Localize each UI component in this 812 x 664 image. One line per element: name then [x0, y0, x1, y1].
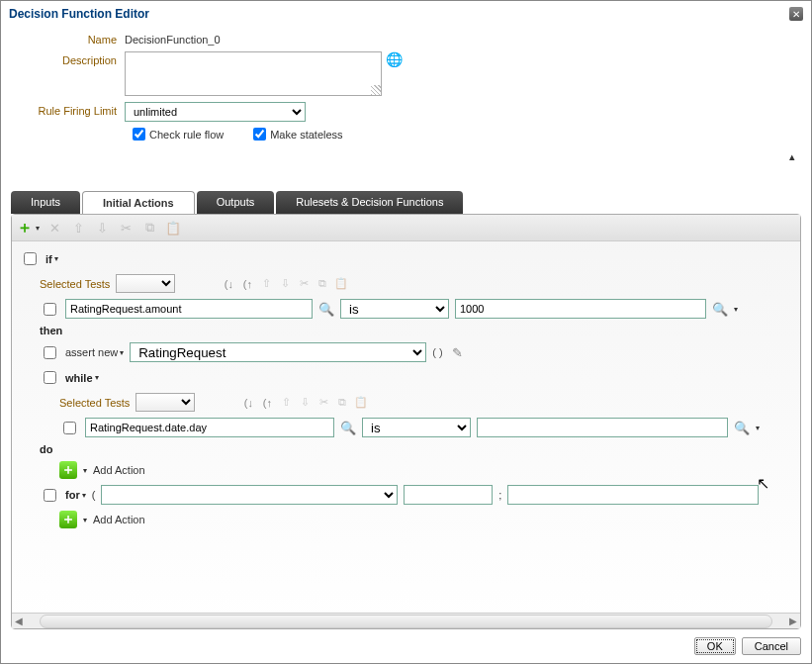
- while-keyword[interactable]: while ▾: [65, 372, 99, 384]
- selected-tests-select-1[interactable]: [116, 274, 175, 293]
- rule-firing-limit-label: Rule Firing Limit: [11, 102, 125, 117]
- if-keyword[interactable]: if ▾: [45, 253, 58, 265]
- tab-outputs[interactable]: Outputs: [197, 191, 275, 214]
- title-bar: Decision Function Editor ✕: [1, 1, 811, 27]
- test1-field-input[interactable]: [65, 299, 313, 319]
- cut-icon[interactable]: ✂: [117, 219, 135, 237]
- delete-icon[interactable]: ✕: [45, 219, 63, 237]
- rparen-icon-2[interactable]: (↑: [259, 395, 275, 411]
- for-caret[interactable]: ▾: [82, 491, 86, 500]
- test1-caret[interactable]: ▾: [734, 305, 738, 314]
- add-dropdown-arrow[interactable]: ▾: [36, 224, 40, 233]
- tab-initial-actions[interactable]: Initial Actions: [82, 191, 195, 214]
- selected-tests-select-2[interactable]: [135, 393, 195, 412]
- assert-type-select[interactable]: RatingRequest: [130, 342, 426, 362]
- description-label: Description: [11, 51, 125, 66]
- rparen-icon[interactable]: (↑: [239, 276, 255, 292]
- search-icon-1[interactable]: 🔍: [318, 302, 334, 317]
- tab-inputs[interactable]: Inputs: [11, 191, 80, 214]
- add-action-plus-1[interactable]: ＋: [59, 461, 77, 479]
- test1-checkbox[interactable]: [44, 303, 56, 316]
- test2-caret[interactable]: ▾: [756, 424, 760, 432]
- selected-tests-label-2: Selected Tests: [59, 397, 130, 409]
- chevron-down-icon[interactable]: ▾: [54, 254, 58, 263]
- tab-rulesets[interactable]: Rulesets & Decision Functions: [276, 191, 463, 214]
- globe-icon[interactable]: 🌐: [386, 51, 403, 67]
- for-keyword[interactable]: for ▾: [65, 489, 86, 501]
- assert-caret[interactable]: ▾: [120, 348, 124, 357]
- mini-cut-icon[interactable]: ✂: [296, 276, 312, 292]
- search-icon-4[interactable]: 🔍: [734, 421, 750, 435]
- collapse-toggle[interactable]: ▴: [1, 150, 811, 163]
- form-area: Name DecisionFunction_0 Description 🌐 Ru…: [1, 27, 811, 150]
- check-rule-flow-checkbox[interactable]: [133, 128, 145, 141]
- up-icon[interactable]: ⇧: [69, 219, 87, 237]
- test2-field-input[interactable]: [85, 418, 334, 437]
- dialog-title: Decision Function Editor: [9, 7, 149, 21]
- for-semicolon: ;: [498, 489, 501, 501]
- for-val1-input[interactable]: [404, 485, 493, 505]
- cancel-button[interactable]: Cancel: [742, 637, 801, 655]
- scroll-right-arrow[interactable]: ▶: [786, 616, 800, 626]
- search-icon-3[interactable]: 🔍: [340, 421, 356, 435]
- make-stateless-checkbox[interactable]: [253, 128, 266, 141]
- initial-actions-panel: ＋ ▾ ✕ ⇧ ⇩ ✂ ⧉ 📋 if ▾ Selected Tests (↓: [11, 214, 801, 629]
- ok-button[interactable]: OK: [694, 637, 736, 655]
- test1-value-input[interactable]: [455, 299, 706, 319]
- add-action-plus-2[interactable]: ＋: [59, 511, 77, 528]
- add-action-label-1[interactable]: Add Action: [93, 464, 145, 476]
- copy-icon[interactable]: ⧉: [140, 219, 158, 237]
- scroll-left-arrow[interactable]: ◀: [12, 616, 26, 626]
- dialog-window: Decision Function Editor ✕ Name Decision…: [0, 0, 812, 664]
- while-caret[interactable]: ▾: [95, 373, 99, 382]
- scroll-track[interactable]: [40, 615, 772, 628]
- paste-icon[interactable]: 📋: [164, 219, 182, 237]
- add-action-caret-2[interactable]: ▾: [83, 516, 87, 524]
- mini-cut-icon-2[interactable]: ✂: [316, 395, 331, 411]
- while-checkbox[interactable]: [44, 371, 56, 384]
- check-rule-flow-box[interactable]: Check rule flow: [133, 128, 224, 141]
- do-keyword: do: [40, 443, 52, 455]
- tabs-row: Inputs Initial Actions Outputs Rulesets …: [11, 191, 811, 214]
- horizontal-scrollbar[interactable]: ◀ ▶: [12, 613, 800, 628]
- mini-up-icon-2[interactable]: ⇧: [278, 395, 294, 411]
- mini-copy-icon[interactable]: ⧉: [315, 276, 330, 292]
- test2-value-input[interactable]: [477, 418, 728, 437]
- mini-paste-icon[interactable]: 📋: [333, 276, 349, 292]
- test1-op-select[interactable]: is: [340, 299, 449, 319]
- assert-checkbox[interactable]: [44, 346, 56, 359]
- paren-text: ( ): [432, 346, 442, 358]
- mini-down-icon-2[interactable]: ⇩: [297, 395, 313, 411]
- search-icon-2[interactable]: 🔍: [712, 302, 728, 317]
- mini-toolbar-2: (↓ (↑ ⇧ ⇩ ✂ ⧉ 📋: [240, 395, 369, 411]
- add-action-caret-1[interactable]: ▾: [83, 466, 87, 475]
- mini-paste-icon-2[interactable]: 📋: [353, 395, 369, 411]
- for-select[interactable]: [101, 485, 398, 505]
- make-stateless-box[interactable]: Make stateless: [253, 128, 342, 141]
- add-action-label-2[interactable]: Add Action: [93, 514, 145, 525]
- button-bar: OK Cancel: [1, 629, 811, 663]
- mini-copy-icon-2[interactable]: ⧉: [334, 395, 350, 411]
- edit-icon[interactable]: ✎: [449, 343, 467, 361]
- if-checkbox[interactable]: [24, 252, 37, 265]
- close-icon[interactable]: ✕: [789, 7, 803, 21]
- then-keyword: then: [40, 325, 62, 336]
- panel-toolbar: ＋ ▾ ✕ ⇧ ⇩ ✂ ⧉ 📋: [12, 215, 800, 241]
- check-rule-flow-label: Check rule flow: [149, 129, 224, 141]
- test2-checkbox[interactable]: [63, 422, 76, 434]
- add-icon[interactable]: ＋: [16, 219, 34, 237]
- lparen-icon[interactable]: (↓: [221, 276, 236, 292]
- down-icon[interactable]: ⇩: [93, 219, 111, 237]
- assert-keyword[interactable]: assert new ▾: [65, 346, 124, 358]
- for-val2-input[interactable]: [507, 485, 759, 505]
- for-checkbox[interactable]: [44, 489, 56, 502]
- mini-down-icon[interactable]: ⇩: [277, 276, 293, 292]
- description-textarea[interactable]: [125, 51, 382, 96]
- rules-body: if ▾ Selected Tests (↓ (↑ ⇧ ⇩ ✂ ⧉ 📋: [12, 241, 800, 613]
- mini-up-icon[interactable]: ⇧: [258, 276, 274, 292]
- lparen-icon-2[interactable]: (↓: [240, 395, 256, 411]
- test2-op-select[interactable]: is: [362, 418, 471, 437]
- selected-tests-label-1: Selected Tests: [40, 278, 110, 290]
- rule-firing-limit-select[interactable]: unlimited: [125, 102, 306, 122]
- name-value: DecisionFunction_0: [125, 31, 221, 46]
